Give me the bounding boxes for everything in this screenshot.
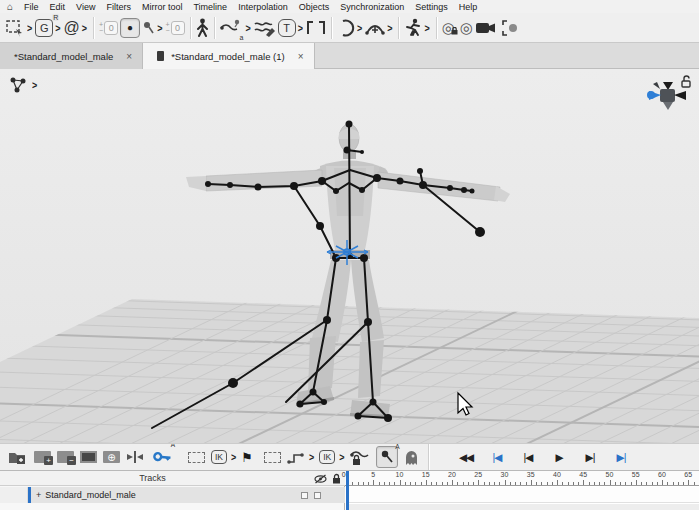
chevron-icon[interactable]: > [357, 21, 362, 34]
chevron-icon[interactable]: > [387, 21, 392, 34]
auto-pin-button[interactable]: A [376, 445, 398, 469]
fill-interval-icon[interactable] [80, 445, 97, 469]
chevron-icon[interactable]: > [298, 21, 303, 34]
merge-intervals-icon[interactable] [126, 445, 144, 469]
transform-tool-button[interactable]: T [278, 15, 296, 41]
track-visibility-checkbox[interactable] [301, 492, 308, 499]
chevron-icon[interactable]: > [157, 21, 162, 34]
remove-interval-icon[interactable]: − [57, 445, 74, 469]
track-name-label[interactable]: Standard_model_male [45, 490, 136, 500]
node-tool-button[interactable]: > [8, 77, 39, 93]
ruler-tick [589, 482, 590, 485]
spiral-tool-icon[interactable]: @ [64, 15, 80, 41]
menu-item-file[interactable]: File [24, 2, 39, 12]
timeline-ruler[interactable]: 5101520253035404550556065 [345, 471, 699, 486]
camera-icon[interactable] [475, 15, 497, 41]
chevron-icon[interactable]: > [339, 451, 344, 464]
marquee-select-icon[interactable] [5, 15, 25, 41]
visibility-off-icon[interactable] [314, 474, 327, 484]
corner-brackets-icon[interactable] [306, 15, 326, 41]
target-icon[interactable]: ◎ [460, 15, 473, 41]
timeline-scroll-area[interactable] [346, 504, 699, 510]
step-interpolation-icon[interactable] [287, 445, 305, 469]
rotation-arc-icon[interactable] [337, 15, 355, 41]
chevron-icon[interactable]: > [27, 21, 32, 34]
menu-item-view[interactable]: View [76, 2, 95, 12]
lock-icon[interactable] [332, 473, 341, 484]
jump-to-start-button[interactable]: |◀ [482, 451, 513, 463]
add-trajectory-icon[interactable] [365, 15, 385, 41]
previous-frame-button[interactable]: |◀ [513, 451, 544, 463]
menu-item-timeline[interactable]: Timeline [193, 2, 227, 12]
grab-tool-button[interactable]: G R [35, 15, 53, 41]
auto-key-icon[interactable]: A [153, 445, 172, 469]
ruler-frame-label: 40 [553, 471, 561, 478]
scene-canvas[interactable] [0, 69, 699, 443]
ik-settings-button[interactable]: IK [319, 445, 335, 469]
menu-item-mirror-tool[interactable]: Mirror tool [142, 2, 183, 12]
character-figure-icon[interactable] [196, 15, 209, 41]
ruler-tick [673, 482, 674, 485]
jump-to-end-button[interactable]: ▶| [606, 451, 637, 463]
tab-close-icon[interactable]: × [298, 51, 304, 62]
influence-spinner[interactable]: +− 0 [99, 15, 118, 41]
add-interval-icon[interactable]: + [34, 445, 51, 469]
menu-item-help[interactable]: Help [459, 2, 478, 12]
ruler-tick [499, 482, 500, 485]
edit-curves-icon[interactable] [254, 15, 276, 41]
chevron-icon[interactable]: > [424, 21, 429, 34]
menu-item-synchronization[interactable]: Synchronization [340, 2, 404, 12]
track-lane[interactable] [346, 487, 699, 503]
chevron-icon[interactable]: > [32, 79, 37, 92]
flag-icon[interactable]: ⚑ [241, 445, 253, 469]
selection-box-icon[interactable] [188, 445, 205, 469]
ik-mode-button[interactable]: IK [211, 445, 227, 469]
curve-lock-icon[interactable] [350, 445, 370, 469]
tab-close-icon[interactable]: × [126, 51, 132, 62]
chevron-icon[interactable]: > [309, 451, 314, 464]
run-animation-icon[interactable] [404, 15, 422, 41]
next-frame-button[interactable]: ▶| [575, 451, 606, 463]
document-tab-2[interactable]: *Standard_model_male (1)× [143, 43, 314, 69]
selection-box-icon[interactable] [264, 445, 281, 469]
rewind-button[interactable]: ◀◀ [451, 451, 482, 463]
ruler-tick [515, 482, 516, 485]
chevron-icon[interactable]: > [245, 21, 250, 34]
menu-item-edit[interactable]: Edit [50, 2, 66, 12]
menu-item-settings[interactable]: Settings [415, 2, 448, 12]
toolbar-divider [214, 17, 215, 39]
menu-item-filters[interactable]: Filters [106, 2, 131, 12]
ruler-tick [620, 482, 621, 485]
ruler-tick [510, 482, 511, 485]
chevron-icon[interactable]: > [231, 451, 236, 464]
add-folder-icon[interactable] [8, 445, 28, 469]
ruler-frame-label: 30 [501, 471, 509, 478]
secondary-spinner[interactable]: +− 0 [165, 15, 184, 41]
menu-item-interpolation[interactable]: Interpolation [238, 2, 288, 12]
home-icon[interactable]: ⌂ [7, 2, 13, 12]
insert-interval-icon[interactable]: ⊕ [103, 445, 120, 469]
camera-orientation-gizmo[interactable] [641, 73, 693, 119]
chevron-icon[interactable]: > [82, 21, 87, 34]
playhead[interactable]: 0 [346, 471, 349, 510]
menu-item-objects[interactable]: Objects [299, 2, 330, 12]
ruler-tick [426, 480, 427, 485]
tab-label: *Standard_model_male [14, 51, 113, 62]
chevron-icon[interactable]: > [55, 21, 60, 34]
ruler-tick [652, 482, 653, 485]
play-button[interactable]: ▶ [544, 451, 575, 463]
viewport-3d[interactable]: > [0, 69, 699, 443]
pin-icon[interactable] [142, 15, 155, 41]
document-tab-1[interactable]: *Standard_model_male× [0, 43, 143, 69]
track-expander[interactable]: + [36, 490, 41, 500]
curve-pin-tool-icon[interactable]: a [220, 15, 244, 41]
track-lock-checkbox[interactable] [314, 492, 321, 499]
point-mode-button[interactable]: ● [120, 15, 140, 41]
target-lock-icon[interactable]: ◎ [442, 15, 458, 41]
track-row[interactable]: + Standard_model_male [0, 487, 345, 503]
ruler-tick [400, 480, 401, 485]
ghost-mode-icon[interactable] [404, 445, 419, 469]
ruler-tick [473, 482, 474, 485]
frame-camera-icon[interactable] [502, 15, 518, 41]
ruler-tick [394, 482, 395, 485]
